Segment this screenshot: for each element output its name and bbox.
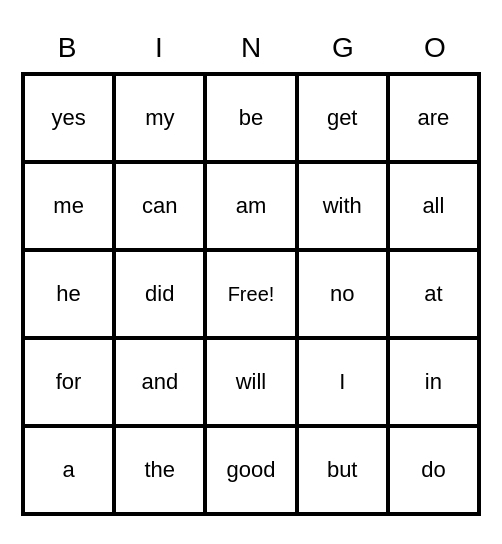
- grid-cell-1-4[interactable]: all: [388, 162, 479, 250]
- grid-cell-2-1[interactable]: did: [114, 250, 205, 338]
- header-letter-b: B: [21, 28, 113, 68]
- grid-cell-4-0[interactable]: a: [23, 426, 114, 514]
- grid-cell-4-4[interactable]: do: [388, 426, 479, 514]
- grid-cell-2-3[interactable]: no: [297, 250, 388, 338]
- header-letter-g: G: [297, 28, 389, 68]
- grid-cell-4-2[interactable]: good: [205, 426, 296, 514]
- grid-cell-4-1[interactable]: the: [114, 426, 205, 514]
- bingo-grid: yesmybegetaremecanamwithallhedidFree!noa…: [21, 72, 481, 516]
- grid-cell-3-1[interactable]: and: [114, 338, 205, 426]
- grid-cell-2-0[interactable]: he: [23, 250, 114, 338]
- grid-cell-0-1[interactable]: my: [114, 74, 205, 162]
- grid-cell-2-2[interactable]: Free!: [205, 250, 296, 338]
- bingo-header: BINGO: [21, 28, 481, 68]
- grid-cell-3-0[interactable]: for: [23, 338, 114, 426]
- bingo-card: BINGO yesmybegetaremecanamwithallhedidFr…: [21, 28, 481, 516]
- grid-cell-3-3[interactable]: I: [297, 338, 388, 426]
- grid-cell-0-0[interactable]: yes: [23, 74, 114, 162]
- grid-cell-3-4[interactable]: in: [388, 338, 479, 426]
- header-letter-o: O: [389, 28, 481, 68]
- header-letter-n: N: [205, 28, 297, 68]
- grid-cell-0-2[interactable]: be: [205, 74, 296, 162]
- grid-cell-2-4[interactable]: at: [388, 250, 479, 338]
- grid-cell-0-3[interactable]: get: [297, 74, 388, 162]
- grid-cell-1-2[interactable]: am: [205, 162, 296, 250]
- header-letter-i: I: [113, 28, 205, 68]
- grid-cell-0-4[interactable]: are: [388, 74, 479, 162]
- grid-cell-1-0[interactable]: me: [23, 162, 114, 250]
- grid-cell-1-3[interactable]: with: [297, 162, 388, 250]
- grid-cell-3-2[interactable]: will: [205, 338, 296, 426]
- grid-cell-1-1[interactable]: can: [114, 162, 205, 250]
- grid-cell-4-3[interactable]: but: [297, 426, 388, 514]
